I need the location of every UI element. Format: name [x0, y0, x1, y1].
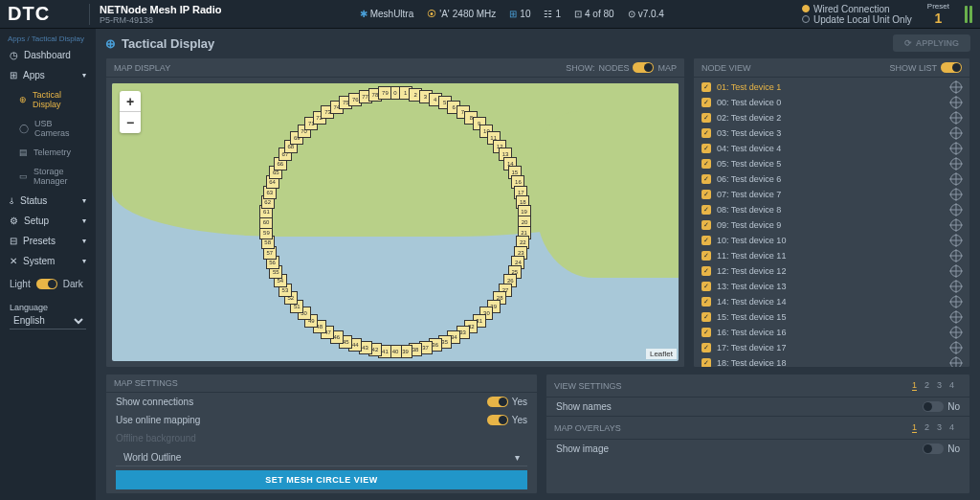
overlay-page-4[interactable]: 4	[949, 422, 954, 433]
radio-update[interactable]	[802, 15, 810, 23]
show-connections-toggle[interactable]	[487, 397, 508, 407]
online-mapping-toggle[interactable]	[487, 415, 508, 425]
node-row[interactable]: ✓01: Test device 1	[696, 80, 968, 95]
locate-icon[interactable]	[950, 97, 962, 108]
node-row[interactable]: ✓03: Test device 3	[696, 125, 968, 141]
checkbox-icon[interactable]: ✓	[702, 297, 711, 307]
offline-bg-dropdown[interactable]: World Outline▾	[116, 449, 527, 466]
locate-icon[interactable]	[950, 357, 962, 367]
checkbox-icon[interactable]: ✓	[702, 174, 711, 184]
show-image-toggle[interactable]	[923, 443, 944, 454]
node-row[interactable]: ✓08: Test device 8	[696, 202, 968, 217]
node-row[interactable]: ✓14: Test device 14	[696, 294, 968, 309]
checkbox-icon[interactable]: ✓	[702, 236, 711, 245]
nav-dashboard[interactable]: ◷Dashboard	[0, 45, 96, 65]
view-settings-panel: VIEW SETTINGS 1234 Show namesNo MAP OVER…	[546, 374, 970, 494]
overlay-page-3[interactable]: 3	[937, 422, 942, 433]
nav-tactical[interactable]: ⊕Tactical Display	[0, 85, 96, 114]
language-select[interactable]: English	[10, 312, 86, 330]
node-row[interactable]: ✓04: Test device 4	[696, 141, 968, 156]
node-row[interactable]: ✓02: Test device 2	[696, 110, 968, 125]
node-row[interactable]: ✓18: Test device 18	[696, 355, 968, 367]
locate-icon[interactable]	[950, 265, 962, 277]
target-icon: ⊕	[105, 36, 116, 51]
nav-usb[interactable]: ◯USB Cameras	[0, 114, 96, 143]
show-list-toggle[interactable]	[941, 62, 962, 73]
locate-icon[interactable]	[950, 311, 962, 323]
map-canvas[interactable]: + − 012345678910111213141516171819202122…	[112, 83, 679, 361]
mesh-node[interactable]: 79	[378, 86, 391, 100]
node-row[interactable]: ✓16: Test device 16	[696, 325, 968, 340]
locate-icon[interactable]	[950, 158, 962, 170]
node-label: 07: Test device 7	[717, 190, 781, 199]
checkbox-icon[interactable]: ✓	[702, 220, 711, 230]
locate-icon[interactable]	[950, 81, 962, 93]
locate-icon[interactable]	[950, 281, 962, 292]
locate-icon[interactable]	[950, 127, 962, 139]
nav-storage[interactable]: ▭Storage Manager	[0, 162, 96, 191]
checkbox-icon[interactable]: ✓	[702, 98, 711, 107]
node-row[interactable]: ✓11: Test device 11	[696, 248, 968, 263]
checkbox-icon[interactable]: ✓	[702, 82, 711, 92]
checkbox-icon[interactable]: ✓	[702, 312, 711, 322]
zoom-out-button[interactable]: −	[120, 112, 141, 133]
node-row[interactable]: ✓10: Test device 10	[696, 233, 968, 248]
locate-icon[interactable]	[950, 235, 962, 246]
checkbox-icon[interactable]: ✓	[702, 343, 711, 352]
page-4[interactable]: 4	[949, 380, 954, 391]
nav-system[interactable]: ✕System▾	[0, 251, 96, 271]
checkbox-icon[interactable]: ✓	[702, 144, 711, 153]
page-2[interactable]: 2	[924, 380, 929, 391]
nav-presets[interactable]: ⊟Presets▾	[0, 231, 96, 251]
locate-icon[interactable]	[950, 250, 962, 261]
locate-icon[interactable]	[950, 327, 962, 338]
node-row[interactable]: ✓06: Test device 6	[696, 171, 968, 187]
breadcrumb[interactable]: Apps / Tactical Display	[0, 33, 96, 45]
locate-icon[interactable]	[950, 189, 962, 200]
overlay-page-2[interactable]: 2	[924, 422, 929, 433]
locate-icon[interactable]	[950, 219, 962, 231]
checkbox-icon[interactable]: ✓	[702, 266, 711, 276]
locate-icon[interactable]	[950, 143, 962, 154]
checkbox-icon[interactable]: ✓	[702, 113, 711, 123]
nav-apps[interactable]: ⊞Apps▾	[0, 65, 96, 85]
nav-telemetry[interactable]: ▤Telemetry	[0, 143, 96, 162]
locate-icon[interactable]	[950, 296, 962, 307]
checkbox-icon[interactable]: ✓	[702, 358, 711, 367]
zoom-in-button[interactable]: +	[120, 91, 141, 112]
nav-status[interactable]: ⫰Status▾	[0, 191, 96, 211]
pulse-icon: ⫰	[10, 195, 14, 206]
locate-icon[interactable]	[950, 204, 962, 216]
page-1[interactable]: 1	[912, 380, 917, 391]
node-row[interactable]: ✓00: Test device 0	[696, 95, 968, 110]
locate-icon[interactable]	[950, 342, 962, 353]
node-row[interactable]: ✓12: Test device 12	[696, 263, 968, 279]
node-row[interactable]: ✓09: Test device 9	[696, 217, 968, 233]
show-names-toggle[interactable]	[923, 401, 944, 412]
node-row[interactable]: ✓07: Test device 7	[696, 187, 968, 202]
checkbox-icon[interactable]: ✓	[702, 159, 711, 169]
radio-wired[interactable]	[802, 5, 810, 12]
checkbox-icon[interactable]: ✓	[702, 328, 711, 337]
page-3[interactable]: 3	[937, 380, 942, 391]
locate-icon[interactable]	[950, 112, 962, 124]
wrench-icon: ✕	[10, 256, 17, 266]
node-row[interactable]: ✓13: Test device 13	[696, 279, 968, 294]
apply-button[interactable]: ⟳APPLYING	[893, 34, 970, 52]
node-row[interactable]: ✓15: Test device 15	[696, 309, 968, 325]
nav-setup[interactable]: ⚙Setup▾	[0, 211, 96, 231]
checkbox-icon[interactable]: ✓	[702, 190, 711, 199]
leaflet-attribution[interactable]: Leaflet	[646, 349, 677, 359]
checkbox-icon[interactable]: ✓	[702, 205, 711, 215]
node-label: 16: Test device 16	[717, 328, 786, 337]
overlay-page-1[interactable]: 1	[912, 422, 917, 433]
set-mesh-circle-button[interactable]: SET MESH CIRCLE VIEW	[116, 470, 527, 489]
node-row[interactable]: ✓05: Test device 5	[696, 156, 968, 171]
theme-toggle[interactable]	[36, 279, 57, 289]
checkbox-icon[interactable]: ✓	[702, 282, 711, 291]
checkbox-icon[interactable]: ✓	[702, 128, 711, 138]
checkbox-icon[interactable]: ✓	[702, 251, 711, 261]
node-row[interactable]: ✓17: Test device 17	[696, 340, 968, 355]
locate-icon[interactable]	[950, 173, 962, 185]
show-nodes-toggle[interactable]	[633, 62, 654, 73]
